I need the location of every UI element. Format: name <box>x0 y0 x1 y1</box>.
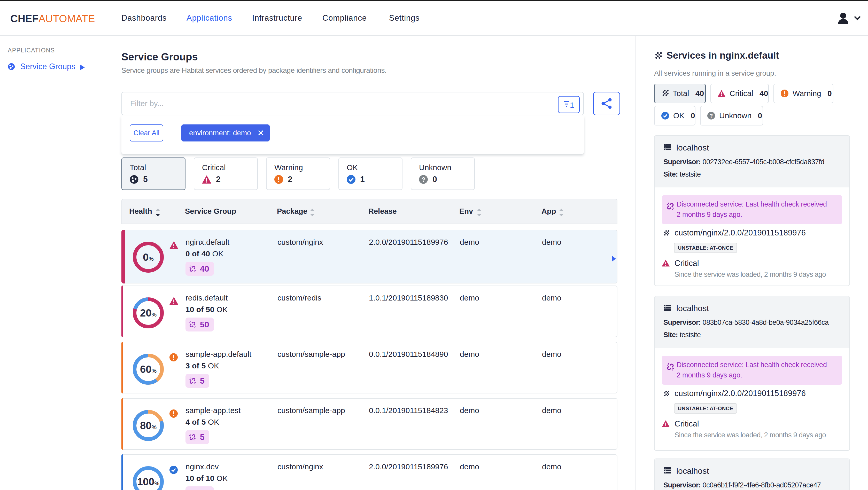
svg-text:?: ? <box>710 113 713 119</box>
svg-text:?: ? <box>422 176 426 183</box>
svg-text:1: 1 <box>570 101 574 109</box>
